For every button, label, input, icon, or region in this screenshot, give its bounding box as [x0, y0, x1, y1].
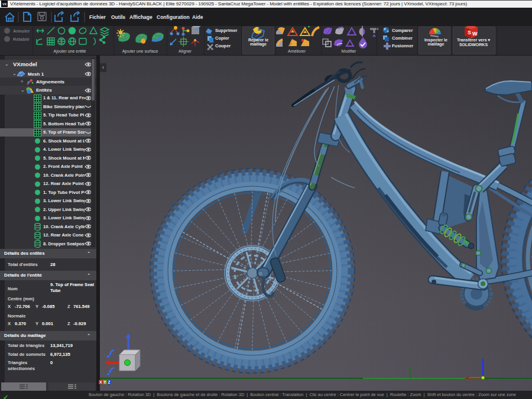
svg-text:W: W [472, 31, 478, 37]
svg-text:S: S [468, 30, 471, 35]
